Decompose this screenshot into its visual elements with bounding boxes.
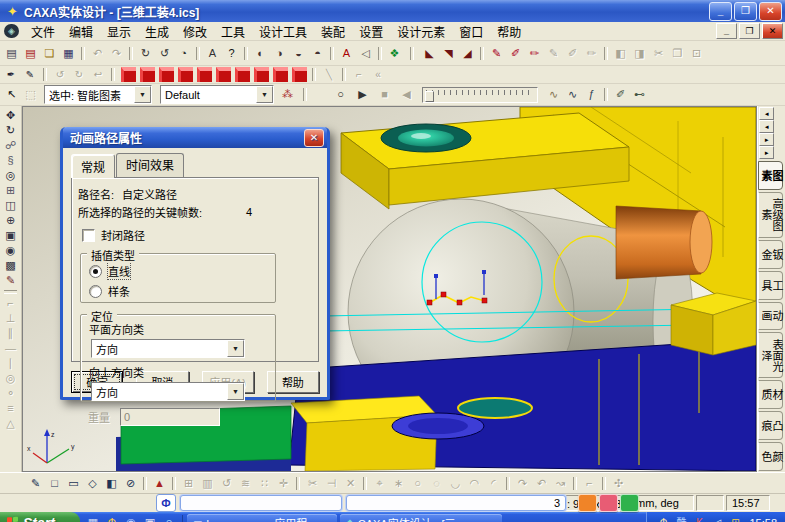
snapshot-tool-icon[interactable]: ▣ <box>141 515 159 522</box>
up-direction-combo[interactable]: 方向 ▼ <box>91 382 245 401</box>
word-capture-icon[interactable] <box>578 494 597 512</box>
smart-draft-icon[interactable] <box>271 68 289 81</box>
menu-help[interactable]: 帮助 <box>490 22 528 41</box>
slider-thumb[interactable] <box>425 91 434 102</box>
catalog-tab-material[interactable]: 材质 <box>758 380 783 409</box>
tab-general[interactable]: 常规 <box>71 154 115 178</box>
smart-revolve-icon[interactable] <box>157 68 175 81</box>
k-app-icon[interactable]: K <box>691 515 707 522</box>
language-indicator-icon[interactable]: Ф <box>655 515 671 522</box>
rotate-camera-icon[interactable]: ↻ <box>1 123 21 138</box>
closed-path-checkbox[interactable] <box>82 229 95 242</box>
catalog-tab-advanced-elements[interactable]: 高级图素 <box>758 192 783 238</box>
rotate-view-icon[interactable]: ↻ <box>136 45 155 61</box>
tab-scroll-last-icon[interactable]: ► <box>759 146 774 159</box>
show-desktop-icon[interactable]: ▦ <box>84 515 102 522</box>
animation-time-slider[interactable] <box>422 87 538 103</box>
profile-flag-icon[interactable]: ▲ <box>150 475 169 491</box>
animate-view-icon[interactable]: ◔ <box>174 45 193 61</box>
plugin-icon[interactable]: ❖ <box>385 45 404 61</box>
fit-view-icon[interactable]: ⊕ <box>1 213 21 228</box>
browser-icon[interactable]: e <box>160 515 178 522</box>
language-bar-icon[interactable]: Ф <box>156 494 176 512</box>
smart-fillet-icon[interactable] <box>233 68 251 81</box>
smart-sweep-icon[interactable] <box>176 68 194 81</box>
smart-hole-icon[interactable] <box>138 68 156 81</box>
smart-shell-icon[interactable] <box>214 68 232 81</box>
radio-line-label[interactable]: 直线 <box>108 263 130 279</box>
function-curve-icon[interactable]: ƒ <box>582 87 601 103</box>
menu-design-tools[interactable]: 设计工具 <box>252 22 314 41</box>
dialog-close-icon[interactable]: ✕ <box>304 129 324 147</box>
menu-modify[interactable]: 修改 <box>176 22 214 41</box>
orbit-view-icon[interactable]: ↺ <box>155 45 174 61</box>
teal-ring[interactable] <box>458 398 532 418</box>
sound-tool-icon[interactable]: ◁ <box>356 45 375 61</box>
smooth-curve-icon[interactable]: ∿ <box>563 87 582 103</box>
sketch-polygon-icon[interactable]: ◇ <box>83 475 102 491</box>
menu-window[interactable]: 窗口 <box>452 22 490 41</box>
path-view-icon[interactable]: § <box>1 153 21 168</box>
sketch-circle-icon[interactable]: ⊘ <box>121 475 140 491</box>
smart-chamfer-icon[interactable] <box>252 68 270 81</box>
selection-filter-combo[interactable]: 选中: 智能图素 ▼ <box>44 85 152 104</box>
base-hole[interactable] <box>392 413 484 439</box>
menu-design-elements[interactable]: 设计元素 <box>390 22 452 41</box>
menu-tools[interactable]: 工具 <box>214 22 252 41</box>
menu-assembly[interactable]: 装配 <box>314 22 352 41</box>
scene-tree-icon[interactable]: ⁂ <box>278 87 297 103</box>
input-method-icon[interactable]: Ф <box>103 515 121 522</box>
catalog-tab-sheet-metal[interactable]: 钣金 <box>758 240 783 269</box>
menu-file[interactable]: 文件 <box>24 22 62 41</box>
edit-path-icon[interactable]: ✐ <box>611 87 630 103</box>
doc-close-icon[interactable]: ✕ <box>762 23 783 39</box>
open-icon[interactable]: ❏ <box>40 45 59 61</box>
catalog-tab-elements[interactable]: 图素 <box>758 161 783 190</box>
lighting-icon[interactable]: ◓ <box>308 45 327 61</box>
paintbrush-icon[interactable]: ✎ <box>1 273 21 288</box>
catalog-tab-surface-finish[interactable]: 表面光泽 <box>758 332 783 378</box>
zoom-view-icon[interactable]: ◎ <box>1 168 21 183</box>
view-iso-icon[interactable]: ◥ <box>439 45 458 61</box>
sketch-pencil-icon[interactable]: ✎ <box>26 475 45 491</box>
dialog-title-bar[interactable]: 动画路径属性 ✕ <box>63 127 327 148</box>
catalog-tab-color[interactable]: 颜色 <box>758 442 783 471</box>
zoom-window-icon[interactable]: ⊞ <box>1 183 21 198</box>
sketch-rect-icon[interactable]: □ <box>45 475 64 491</box>
dict-icon[interactable] <box>620 494 639 512</box>
command-field[interactable] <box>180 495 342 511</box>
edit-profile-icon[interactable]: ✐ <box>506 45 525 61</box>
sketch-rect2-icon[interactable]: ▭ <box>64 475 83 491</box>
close-window-icon[interactable]: ✕ <box>759 2 782 21</box>
doc-restore-icon[interactable]: ❐ <box>739 23 760 39</box>
taskbar-button-caxa[interactable]: ◆ CAXA实体设计 - [三... <box>340 514 502 522</box>
media-player-icon[interactable]: ◉ <box>122 515 140 522</box>
sketch-region-icon[interactable]: ◧ <box>102 475 121 491</box>
save-icon[interactable]: ▦ <box>59 45 78 61</box>
radio-spline[interactable] <box>89 285 102 298</box>
minimize-window-icon[interactable]: _ <box>709 2 732 21</box>
walk-view-icon[interactable]: ☍ <box>1 138 21 153</box>
edit-sketch-icon[interactable]: ✎ <box>487 45 506 61</box>
shading-icon[interactable]: ◑ <box>270 45 289 61</box>
doc-minimize-icon[interactable]: _ <box>716 23 737 39</box>
menu-generate[interactable]: 生成 <box>138 22 176 41</box>
texture-icon[interactable]: ◒ <box>289 45 308 61</box>
menu-display[interactable]: 显示 <box>100 22 138 41</box>
new-design-icon[interactable]: ▤ <box>21 45 40 61</box>
play-animation-icon[interactable]: ▶ <box>353 87 372 103</box>
key-position-icon[interactable]: ⊷ <box>630 87 649 103</box>
smart-extrude-icon[interactable] <box>119 68 137 81</box>
radio-spline-label[interactable]: 样条 <box>108 283 130 299</box>
pen-icon[interactable]: ✎ <box>21 68 39 81</box>
catalog-tab-bump[interactable]: 凸痕 <box>758 411 783 440</box>
menu-edit[interactable]: 编辑 <box>62 22 100 41</box>
chevron-down-icon[interactable]: ▼ <box>256 86 273 103</box>
tab-scroll-prev-icon[interactable]: ◄ <box>759 120 774 133</box>
updater-icon[interactable]: ⊞ <box>727 515 743 522</box>
eyedropper-icon[interactable]: ✒ <box>2 68 20 81</box>
tab-time-effects[interactable]: 时间效果 <box>116 153 184 177</box>
smart-loft-icon[interactable] <box>195 68 213 81</box>
catalog-tab-tools[interactable]: 工具 <box>758 271 783 300</box>
volume-icon[interactable]: ◁ <box>709 515 725 522</box>
